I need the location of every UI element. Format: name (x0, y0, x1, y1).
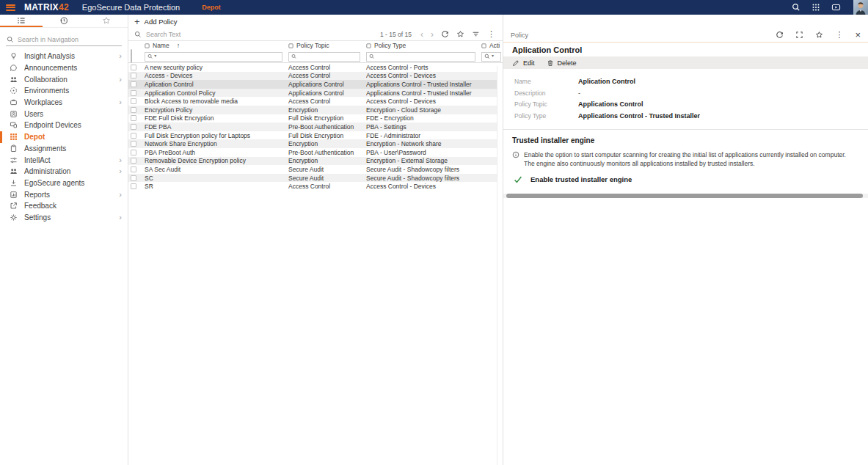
table-row[interactable]: FDE PBAPre-Boot AuthenticationPBA - Sett… (128, 122, 503, 131)
people-icon (10, 167, 18, 175)
actions-filter[interactable]: ▾ (481, 52, 501, 62)
app-title: EgoSecure Data Protection (82, 3, 180, 12)
add-policy-button[interactable]: + Add Policy (134, 17, 177, 26)
navigation-list-tab[interactable] (0, 15, 43, 27)
row-checkbox[interactable] (131, 98, 136, 104)
row-checkbox[interactable] (131, 183, 136, 189)
table-row[interactable]: SRAccess ControlAccess Control - Devices (128, 182, 503, 191)
sidebar-item-depot[interactable]: Depot (0, 131, 128, 143)
more-options-icon[interactable]: ⋮ (487, 30, 495, 38)
column-header-actions[interactable]: Acti (481, 42, 503, 49)
chevron-right-icon: › (119, 52, 122, 60)
pencil-icon (512, 59, 519, 67)
edit-button[interactable]: Edit (512, 59, 535, 67)
topic-filter-input[interactable] (298, 53, 357, 60)
field-name: Name Aplication Control (514, 76, 859, 87)
sidebar-search-input[interactable] (18, 36, 121, 43)
row-checkbox[interactable] (131, 124, 136, 130)
table-row[interactable]: SCSecure AuditSecure Audit - Shadowcopy … (128, 174, 503, 183)
topic-filter[interactable] (288, 52, 360, 62)
video-tutorials-icon[interactable] (831, 3, 841, 12)
table-row[interactable]: SA Sec AuditSecure AuditSecure Audit - S… (128, 165, 503, 174)
hamburger-icon[interactable] (6, 4, 15, 11)
filter-icon[interactable] (472, 30, 480, 38)
star-add-icon[interactable] (456, 30, 464, 38)
history-tab[interactable] (43, 15, 85, 27)
type-filter-input[interactable] (376, 53, 473, 60)
info-icon (512, 151, 519, 168)
next-page-icon[interactable]: › (431, 30, 434, 39)
tab-depot[interactable]: Depot (202, 4, 221, 11)
prev-page-icon[interactable]: ‹ (420, 30, 423, 39)
external-link-icon (10, 202, 18, 210)
sidebar-item-egosecure-agents[interactable]: EgoSecure agents (0, 177, 128, 189)
avatar[interactable] (853, 0, 868, 15)
policy-list-area: + Add Policy 1 - 15 of 15 ‹ › ⋮ (128, 15, 503, 465)
table-row[interactable]: Application Control PolicyApplications C… (128, 89, 503, 98)
name-filter[interactable]: ▾ (145, 52, 282, 62)
table-vertical-scrollbar[interactable] (497, 66, 503, 465)
sidebar-item-users[interactable]: Users (0, 108, 128, 120)
row-checkbox[interactable] (131, 158, 136, 164)
sidebar-item-administration[interactable]: Administration › (0, 166, 128, 177)
fullscreen-icon[interactable] (795, 31, 803, 39)
table-row[interactable]: Block Access to removable mediaAccess Co… (128, 97, 503, 106)
row-checkbox[interactable] (131, 65, 136, 70)
table-row[interactable]: Removable Device Encryption policyEncryp… (128, 157, 503, 166)
favorites-star-tab[interactable] (85, 15, 128, 27)
sidebar-item-workplaces[interactable]: Workplaces › (0, 97, 128, 109)
table-row[interactable]: Encryption PolicyEncryptionEncryption - … (128, 106, 503, 114)
select-all-checkbox[interactable] (131, 49, 132, 63)
sidebar-item-assignments[interactable]: Assignments (0, 143, 128, 155)
sidebar-item-environments[interactable]: Environments (0, 85, 128, 97)
sidebar-item-feedback[interactable]: Feedback (0, 200, 128, 212)
check-icon (514, 175, 522, 184)
table-row[interactable]: Network Share EncryptionEncryptionEncryp… (128, 139, 503, 148)
name-filter-input[interactable] (158, 53, 280, 60)
people-icon (10, 76, 18, 84)
column-header-name[interactable]: Name ↑ (145, 42, 288, 49)
sidebar-search (0, 28, 128, 47)
refresh-icon[interactable] (441, 30, 449, 38)
row-checkbox[interactable] (131, 90, 136, 96)
type-filter[interactable] (366, 52, 475, 62)
table-row[interactable]: A new security policyAccess ControlAcces… (128, 63, 503, 72)
table-search-input[interactable] (146, 31, 376, 38)
sidebar-item-settings[interactable]: Settings › (0, 212, 128, 224)
refresh-icon[interactable] (776, 31, 784, 39)
column-header-type[interactable]: Policy Type (366, 42, 481, 49)
row-checkbox[interactable] (131, 175, 136, 181)
sidebar-item-intellact[interactable]: IntellAct › (0, 154, 128, 166)
row-checkbox[interactable] (131, 73, 136, 78)
table-row[interactable]: Access - DevicesAccess ControlAccess Con… (128, 72, 503, 81)
trusted-installer-toggle[interactable]: Enable trusted installer engine (512, 175, 859, 184)
table-row[interactable]: FDE Full Disk EncryptionFull Disk Encryp… (128, 114, 503, 123)
close-icon[interactable]: × (855, 30, 861, 40)
sidebar-item-reports[interactable]: Reports › (0, 188, 128, 200)
horizontal-scrollbar-thumb[interactable] (506, 194, 863, 198)
search-icon (147, 54, 153, 59)
plus-icon: + (134, 17, 140, 26)
gear-icon (10, 213, 18, 221)
row-checkbox[interactable] (131, 107, 136, 113)
row-checkbox[interactable] (131, 115, 136, 121)
kebab-menu-icon[interactable]: ⋮ (835, 31, 843, 39)
row-checkbox[interactable] (131, 133, 136, 139)
sidebar-item-endpoint-devices[interactable]: Endpoint Devices (0, 120, 128, 131)
search-icon[interactable] (792, 3, 800, 12)
column-header-topic[interactable]: Policy Topic (288, 42, 366, 49)
table-row[interactable]: Full Disk Encryption policy for LaptopsF… (128, 131, 503, 140)
delete-button[interactable]: Delete (547, 59, 577, 67)
row-checkbox[interactable] (131, 150, 136, 155)
apps-grid-icon[interactable] (812, 3, 820, 12)
sidebar-item-insight-analysis[interactable]: Insight Analysis › (0, 51, 128, 62)
sidebar-item-collaboration[interactable]: Collaboration › (0, 73, 128, 85)
row-checkbox[interactable] (131, 141, 136, 147)
table-row[interactable]: PBA PreBoot AuthPre-Boot AuthenticationP… (128, 148, 503, 157)
sidebar: Insight Analysis › Announcements Collabo… (0, 15, 128, 465)
table-row-selected[interactable]: Aplication ControlApplications ControlAp… (128, 80, 503, 89)
sidebar-item-announcements[interactable]: Announcements (0, 62, 128, 74)
star-icon[interactable] (815, 31, 823, 39)
row-checkbox[interactable] (131, 166, 136, 172)
row-checkbox[interactable] (131, 81, 136, 87)
